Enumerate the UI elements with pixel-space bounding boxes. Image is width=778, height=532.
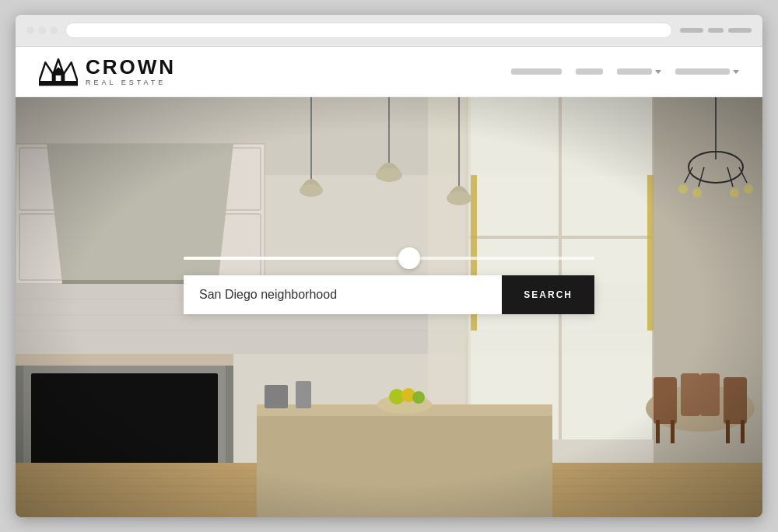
svg-rect-3 xyxy=(56,75,61,82)
browser-window: CROWN REAL ESTATE xyxy=(16,15,762,517)
nav-item-properties[interactable] xyxy=(511,68,562,75)
dot-yellow xyxy=(38,26,46,34)
browser-control xyxy=(680,28,703,33)
nav-links xyxy=(511,68,739,75)
logo-text: CROWN REAL ESTATE xyxy=(86,57,176,86)
nav-item-home[interactable] xyxy=(576,68,603,75)
hero-section: SEARCH xyxy=(16,97,762,517)
svg-rect-5 xyxy=(39,82,78,86)
logo-area: CROWN REAL ESTATE xyxy=(39,56,176,87)
search-input[interactable] xyxy=(184,275,502,314)
nav-item-languages-label xyxy=(675,68,730,75)
brand-tagline: REAL ESTATE xyxy=(86,79,176,86)
browser-control xyxy=(728,28,752,33)
site-content: CROWN REAL ESTATE xyxy=(16,47,762,517)
chevron-down-icon xyxy=(655,70,661,74)
dot-green xyxy=(50,26,58,34)
address-bar[interactable] xyxy=(65,23,672,38)
nav-item-pages[interactable] xyxy=(617,68,661,75)
browser-control xyxy=(708,28,724,33)
hero-slider[interactable] xyxy=(184,257,594,260)
nav-item-languages[interactable] xyxy=(675,68,739,75)
crown-logo-icon xyxy=(39,56,78,87)
search-button[interactable]: SEARCH xyxy=(502,275,594,314)
dot-red xyxy=(26,26,34,34)
browser-chrome xyxy=(16,15,762,47)
slider-fill xyxy=(184,257,409,260)
browser-dots xyxy=(26,26,58,34)
navbar: CROWN REAL ESTATE xyxy=(16,47,762,97)
chevron-down-icon xyxy=(733,70,739,74)
nav-item-pages-label xyxy=(617,68,652,75)
brand-name: CROWN xyxy=(86,57,176,77)
hero-content: SEARCH xyxy=(184,257,594,314)
svg-marker-2 xyxy=(51,67,65,73)
slider-thumb[interactable] xyxy=(398,247,420,269)
search-bar: SEARCH xyxy=(184,275,594,314)
